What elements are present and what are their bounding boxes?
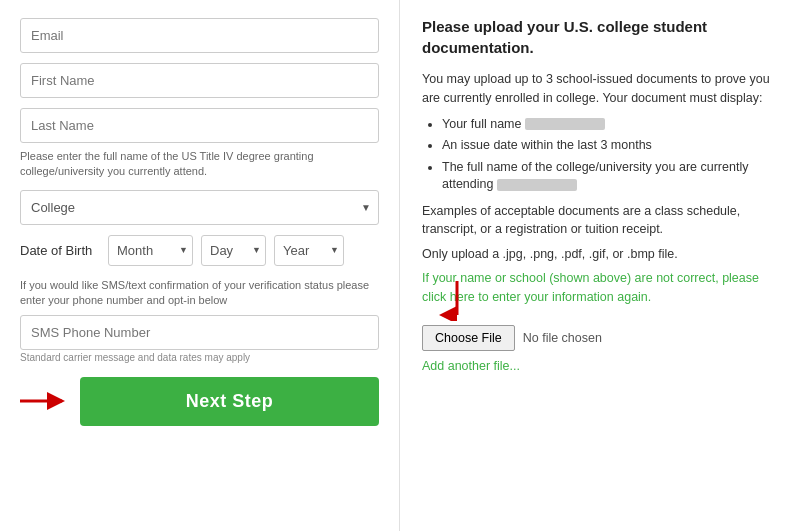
next-step-area: Next Step xyxy=(20,377,379,426)
upload-title: Please upload your U.S. college student … xyxy=(422,16,778,58)
year-select-wrapper: Year ▼ xyxy=(274,235,344,266)
left-panel: Please enter the full name of the US Tit… xyxy=(0,0,400,531)
only-upload-text: Only upload a .jpg, .png, .pdf, .gif, or… xyxy=(422,247,778,261)
college-select-wrapper: College ▼ xyxy=(20,190,379,225)
email-field[interactable] xyxy=(20,18,379,53)
choose-file-button[interactable]: Choose File xyxy=(422,325,515,351)
right-arrow-icon xyxy=(20,386,70,416)
add-another-file-link[interactable]: Add another file... xyxy=(422,359,778,373)
choose-file-area: Choose File No file chosen xyxy=(422,325,778,351)
next-step-arrow-container xyxy=(20,386,70,416)
college-select[interactable]: College xyxy=(20,190,379,225)
sms-section: If you would like SMS/text confirmation … xyxy=(20,278,379,363)
dob-label: Date of Birth xyxy=(20,243,100,258)
examples-text: Examples of acceptable documents are a c… xyxy=(422,202,778,240)
right-panel: Please upload your U.S. college student … xyxy=(400,0,800,531)
requirements-list: Your full name An issue date within the … xyxy=(422,116,778,194)
requirement-item-1: Your full name xyxy=(442,116,778,134)
date-of-birth-row: Date of Birth Month JanuaryFebruaryMarch… xyxy=(20,235,379,266)
down-arrow-icon xyxy=(427,281,487,321)
day-select[interactable]: Day xyxy=(201,235,266,266)
sms-phone-field[interactable] xyxy=(20,315,379,350)
sms-helper-text: If you would like SMS/text confirmation … xyxy=(20,278,379,309)
day-select-wrapper: Day ▼ xyxy=(201,235,266,266)
choose-file-section: Choose File No file chosen xyxy=(422,323,778,351)
next-step-button[interactable]: Next Step xyxy=(80,377,379,426)
month-select-wrapper: Month JanuaryFebruaryMarch AprilMayJune … xyxy=(108,235,193,266)
no-file-text: No file chosen xyxy=(523,331,602,345)
first-name-field[interactable] xyxy=(20,63,379,98)
year-select[interactable]: Year xyxy=(274,235,344,266)
carrier-text: Standard carrier message and data rates … xyxy=(20,352,379,363)
upload-description: You may upload up to 3 school-issued doc… xyxy=(422,70,778,108)
month-select[interactable]: Month JanuaryFebruaryMarch AprilMayJune … xyxy=(108,235,193,266)
requirement-item-3: The full name of the college/university … xyxy=(442,159,778,194)
redacted-name xyxy=(525,118,605,130)
redacted-school xyxy=(497,179,577,191)
last-name-field[interactable] xyxy=(20,108,379,143)
requirement-item-2: An issue date within the last 3 months xyxy=(442,137,778,155)
college-helper-text: Please enter the full name of the US Tit… xyxy=(20,149,379,180)
